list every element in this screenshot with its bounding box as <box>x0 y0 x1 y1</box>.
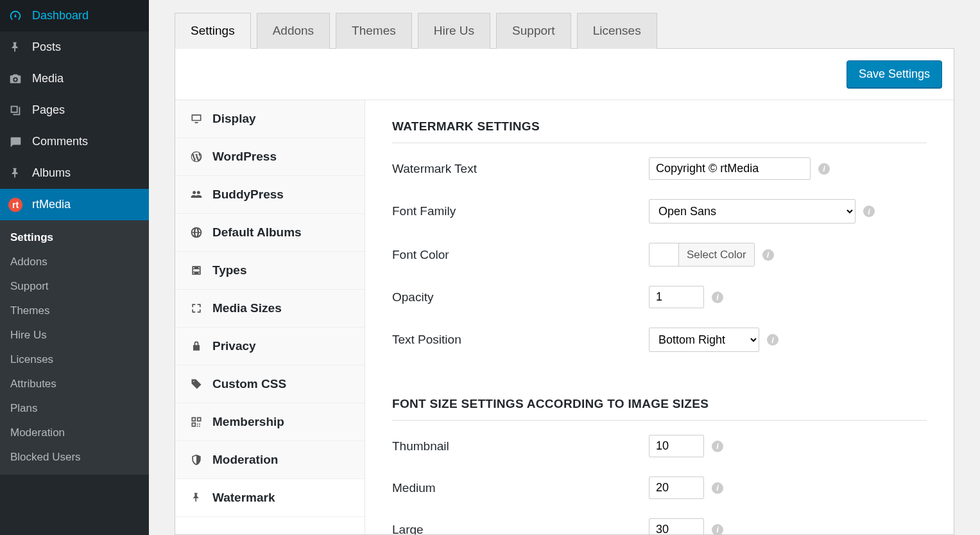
input-large[interactable] <box>649 518 704 534</box>
nav-label: Membership <box>212 415 284 429</box>
nav-item-custom-css[interactable]: Custom CSS <box>175 365 365 403</box>
nav-label: Media Sizes <box>212 301 282 315</box>
nav-item-buddypress[interactable]: BuddyPress <box>175 176 365 214</box>
label-font-color: Font Color <box>392 248 649 262</box>
menu-item-posts[interactable]: Posts <box>0 31 149 63</box>
pin-icon <box>8 40 23 55</box>
input-medium[interactable] <box>649 477 704 499</box>
row-medium: Medium i <box>392 477 927 499</box>
nav-item-default-albums[interactable]: Default Albums <box>175 214 365 252</box>
select-font-family[interactable]: Open Sans <box>649 199 855 224</box>
nav-label: Privacy <box>212 339 256 353</box>
nav-label: Moderation <box>212 453 278 467</box>
tab-themes[interactable]: Themes <box>336 13 412 49</box>
label-thumbnail: Thumbnail <box>392 439 649 453</box>
menu-item-dashboard[interactable]: Dashboard <box>0 0 149 31</box>
admin-sidebar: DashboardPostsMediaPagesCommentsAlbumsrt… <box>0 0 149 535</box>
info-icon[interactable]: i <box>712 524 723 535</box>
menu-label: Comments <box>32 135 88 148</box>
menu-item-rtmedia[interactable]: rtrtMedia <box>0 189 149 220</box>
input-watermark-text[interactable] <box>649 157 811 180</box>
menu-label: Pages <box>32 103 65 117</box>
submenu-item-settings[interactable]: Settings <box>0 225 149 250</box>
rtmedia-submenu: SettingsAddonsSupportThemesHire UsLicens… <box>0 220 149 475</box>
menu-label: Albums <box>32 166 71 180</box>
submenu-item-moderation[interactable]: Moderation <box>0 421 149 445</box>
pin-icon <box>8 166 23 181</box>
tab-hire-us[interactable]: Hire Us <box>418 13 490 49</box>
qr-icon <box>189 415 203 429</box>
label-watermark-text: Watermark Text <box>392 162 649 176</box>
film-icon <box>189 263 203 277</box>
section-title-watermark: WATERMARK SETTINGS <box>392 119 927 143</box>
pin-icon <box>189 491 203 505</box>
select-color-button[interactable]: Select Color <box>679 243 754 266</box>
info-icon[interactable]: i <box>767 334 778 346</box>
submenu-item-addons[interactable]: Addons <box>0 250 149 274</box>
nav-label: Display <box>212 112 256 126</box>
nav-item-media-sizes[interactable]: Media Sizes <box>175 290 365 328</box>
menu-label: rtMedia <box>32 198 71 211</box>
row-large: Large i <box>392 518 927 534</box>
submenu-item-hire-us[interactable]: Hire Us <box>0 323 149 347</box>
info-icon[interactable]: i <box>863 206 875 217</box>
submenu-item-attributes[interactable]: Attributes <box>0 372 149 396</box>
section-title-font-sizes: FONT SIZE SETTINGS ACCORDING TO IMAGE SI… <box>392 397 927 421</box>
color-swatch[interactable] <box>649 243 679 266</box>
tab-licenses[interactable]: Licenses <box>577 13 657 49</box>
nav-label: Types <box>212 263 247 277</box>
rtmedia-icon: rt <box>8 197 23 213</box>
menu-label: Posts <box>32 40 61 54</box>
info-icon[interactable]: i <box>762 249 774 261</box>
row-font-family: Font Family Open Sans i <box>392 199 927 224</box>
menu-item-comments[interactable]: Comments <box>0 126 149 157</box>
tab-settings[interactable]: Settings <box>175 13 251 49</box>
shield-icon <box>189 453 203 467</box>
nav-item-wordpress[interactable]: WordPress <box>175 138 365 176</box>
nav-label: Default Albums <box>212 225 302 240</box>
submenu-item-plans[interactable]: Plans <box>0 396 149 421</box>
select-text-position[interactable]: Bottom Right <box>649 328 759 352</box>
tab-support[interactable]: Support <box>496 13 571 49</box>
expand-icon <box>189 301 203 315</box>
input-opacity[interactable] <box>649 286 704 308</box>
nav-item-privacy[interactable]: Privacy <box>175 328 365 365</box>
submenu-item-support[interactable]: Support <box>0 274 149 299</box>
menu-item-albums[interactable]: Albums <box>0 157 149 189</box>
color-picker: Select Color <box>649 243 755 267</box>
tab-addons[interactable]: Addons <box>257 13 330 49</box>
nav-label: BuddyPress <box>212 188 284 202</box>
tag-icon <box>189 377 203 391</box>
camera-icon <box>8 71 23 87</box>
label-text-position: Text Position <box>392 333 649 347</box>
panel-header: Save Settings <box>175 49 954 100</box>
info-icon[interactable]: i <box>818 163 830 175</box>
row-opacity: Opacity i <box>392 286 927 308</box>
globe-icon <box>189 225 203 240</box>
gauge-icon <box>8 8 23 24</box>
menu-item-media[interactable]: Media <box>0 63 149 94</box>
info-icon[interactable]: i <box>712 292 723 303</box>
nav-item-display[interactable]: Display <box>175 100 365 138</box>
stack-icon <box>8 103 23 118</box>
chat-icon <box>8 134 23 150</box>
menu-item-pages[interactable]: Pages <box>0 94 149 126</box>
input-thumbnail[interactable] <box>649 435 704 457</box>
settings-panel: Save Settings DisplayWordPressBuddyPress… <box>175 49 954 535</box>
nav-item-membership[interactable]: Membership <box>175 403 365 441</box>
info-icon[interactable]: i <box>712 441 723 452</box>
row-font-color: Font Color Select Color i <box>392 243 927 267</box>
submenu-item-themes[interactable]: Themes <box>0 299 149 323</box>
submenu-item-licenses[interactable]: Licenses <box>0 347 149 372</box>
lock-icon <box>189 339 203 353</box>
info-icon[interactable]: i <box>712 482 723 494</box>
nav-item-types[interactable]: Types <box>175 252 365 290</box>
settings-content: WATERMARK SETTINGS Watermark Text i Font… <box>365 100 954 534</box>
label-medium: Medium <box>392 481 649 495</box>
group-icon <box>189 188 203 202</box>
label-large: Large <box>392 523 649 535</box>
submenu-item-blocked-users[interactable]: Blocked Users <box>0 445 149 469</box>
nav-item-moderation[interactable]: Moderation <box>175 441 365 479</box>
save-settings-button[interactable]: Save Settings <box>847 60 942 88</box>
nav-item-watermark[interactable]: Watermark <box>175 479 365 517</box>
